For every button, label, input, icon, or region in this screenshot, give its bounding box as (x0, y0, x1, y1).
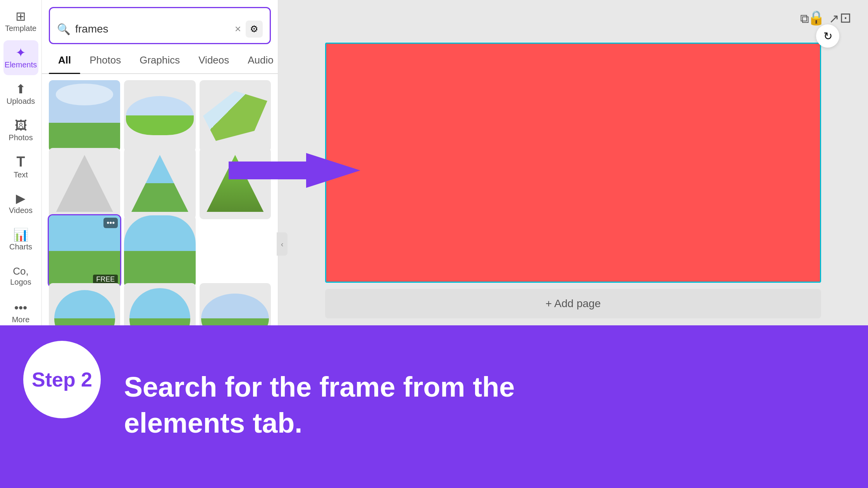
text-icon: T (17, 155, 25, 169)
sidebar-item-text[interactable]: T Text (3, 149, 38, 184)
grid-item-3[interactable] (200, 80, 271, 151)
search-input[interactable] (75, 23, 230, 35)
step-instruction: Search for the frame from the elements t… (124, 369, 515, 442)
step-circle: Step 2 (23, 341, 101, 418)
sidebar-label-videos: Videos (9, 206, 33, 215)
filter-button[interactable]: ⚙ (246, 21, 263, 38)
sidebar-item-photos[interactable]: 🖼 Photos (3, 113, 38, 148)
logos-icon: Co, (13, 266, 28, 276)
canvas-frame: ↻ (325, 43, 821, 283)
sidebar-label-logos: Logos (10, 278, 31, 287)
grid-item-11[interactable] (124, 283, 195, 354)
template-icon: ⊞ (16, 10, 26, 22)
tab-videos[interactable]: Videos (189, 47, 238, 73)
videos-icon: ▶ (16, 192, 26, 204)
filter-icon: ⚙ (250, 24, 258, 34)
sidebar-item-logos[interactable]: Co, Logos (3, 259, 38, 294)
sidebar-item-elements[interactable]: ✦ Elements (3, 40, 38, 75)
elements-icon: ✦ (16, 46, 26, 59)
sidebar-item-more[interactable]: ••• More (3, 295, 38, 330)
charts-icon: 📊 (13, 229, 29, 241)
grid-item-1[interactable] (49, 80, 120, 151)
arrow-annotation (229, 153, 360, 188)
sidebar-label-elements: Elements (5, 60, 37, 69)
sidebar-label-more: More (12, 315, 30, 324)
arrow-icon (229, 153, 360, 188)
sidebar-label-text: Text (14, 170, 28, 179)
sidebar-item-uploads[interactable]: ⬆ Uploads (3, 77, 38, 112)
zoom-level: 41% (827, 336, 856, 352)
tab-all[interactable]: All (49, 47, 80, 73)
sidebar-item-charts[interactable]: 📊 Charts (3, 222, 38, 257)
sidebar-label-charts: Charts (9, 242, 32, 251)
resize-button[interactable]: ⊡ (835, 7, 856, 29)
grid-item-9-empty (200, 215, 271, 287)
grid-item-5[interactable] (124, 148, 195, 219)
collapse-panel-button[interactable]: ‹ (277, 232, 288, 256)
search-bar: 🔍 × ⚙ (57, 15, 263, 43)
grid-item-8[interactable] (124, 215, 195, 287)
refresh-icon: ↻ (823, 30, 832, 43)
grid-item-7-selected[interactable]: ••• FREE (49, 215, 120, 287)
chevron-left-icon: ‹ (281, 240, 284, 249)
search-icon: 🔍 (57, 23, 71, 36)
grid-item-12[interactable] (200, 283, 271, 354)
grid-item-4[interactable] (49, 148, 120, 219)
lock-button[interactable]: 🔒 (805, 7, 827, 29)
tab-audio[interactable]: Audio (238, 47, 283, 73)
more-options-button[interactable]: ••• (103, 218, 118, 228)
search-bar-container: 🔍 × ⚙ (49, 7, 271, 44)
sidebar-item-template[interactable]: ⊞ Template (3, 4, 38, 39)
clear-search-button[interactable]: × (235, 23, 241, 35)
uploads-icon: ⬆ (16, 83, 26, 95)
photos-icon: 🖼 (15, 119, 27, 132)
filter-tabs: All Photos Graphics Videos Audio (42, 47, 278, 74)
step-number: Step 2 (32, 368, 92, 391)
sidebar-item-videos[interactable]: ▶ Videos (3, 186, 38, 221)
more-icon: ••• (14, 301, 28, 314)
sidebar-label-uploads: Uploads (7, 97, 35, 106)
tab-photos[interactable]: Photos (80, 47, 130, 73)
sidebar-label-photos: Photos (9, 133, 33, 142)
grid-item-2[interactable] (124, 80, 195, 151)
top-right-toolbar: 🔒 ⊡ (805, 7, 856, 29)
add-page-button[interactable]: + Add page (325, 289, 821, 318)
sidebar-label-template: Template (5, 24, 36, 33)
instruction-line1: Search for the frame from the (124, 371, 515, 402)
sidebar: ⊞ Template ✦ Elements ⬆ Uploads 🖼 Photos… (0, 0, 42, 488)
tab-graphics[interactable]: Graphics (130, 47, 189, 73)
instruction-line2: elements tab. (124, 407, 302, 438)
svg-marker-0 (229, 153, 360, 188)
